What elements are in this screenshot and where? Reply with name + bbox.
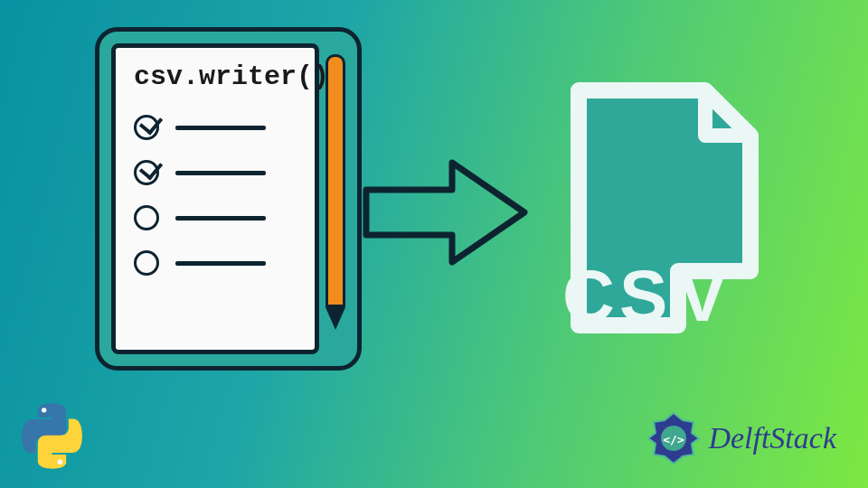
brand-name: DelftStack <box>708 421 836 455</box>
list-item <box>134 205 297 230</box>
list-item <box>134 160 297 185</box>
svg-point-3 <box>42 408 46 412</box>
circle-icon <box>134 205 159 230</box>
svg-text:</>: </> <box>664 433 685 446</box>
svg-text:C: C <box>565 256 613 336</box>
list-item <box>134 115 297 140</box>
list-line <box>175 126 266 130</box>
svg-text:V: V <box>678 256 726 336</box>
list-line <box>175 261 266 266</box>
delftstack-logo: </> DelftStack <box>646 411 836 465</box>
arrow-icon <box>362 154 533 271</box>
list-item <box>134 250 297 276</box>
circle-icon <box>134 250 159 276</box>
checkmark-icon <box>134 115 159 140</box>
pencil-icon <box>326 54 345 343</box>
list-line <box>175 216 266 221</box>
list-line <box>175 171 266 175</box>
csv-file-icon: C S V <box>565 77 764 339</box>
notepad-title: csv.writer() <box>134 61 297 92</box>
notepad-illustration: csv.writer() <box>95 27 362 371</box>
notepad-page: csv.writer() <box>111 43 319 354</box>
svg-text:S: S <box>619 256 665 336</box>
python-logo-icon <box>18 402 86 470</box>
delftstack-emblem-icon: </> <box>646 411 701 465</box>
svg-point-4 <box>58 459 62 464</box>
checkmark-icon <box>134 160 159 185</box>
